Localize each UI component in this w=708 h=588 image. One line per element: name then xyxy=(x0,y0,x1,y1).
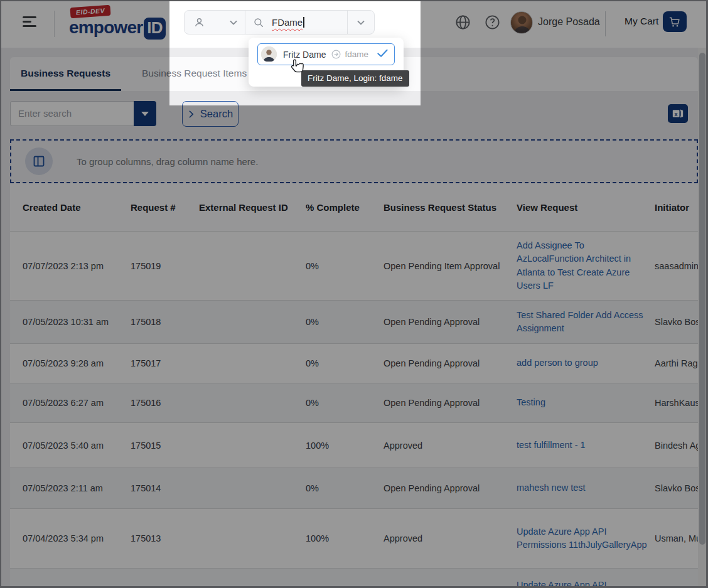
dim-overlay xyxy=(421,0,708,105)
search-expand-button[interactable] xyxy=(348,11,374,34)
search-type-selector[interactable] xyxy=(185,11,245,34)
suggestion-name: Fritz Dame xyxy=(283,50,326,60)
dim-overlay xyxy=(0,105,708,588)
text-caret xyxy=(303,17,304,28)
person-search-query[interactable]: FDame xyxy=(272,17,303,28)
login-arrow-icon xyxy=(331,49,341,60)
suggestion-login: fdame xyxy=(331,49,368,60)
person-icon xyxy=(193,16,205,28)
suggestion-avatar xyxy=(261,46,277,62)
search-icon xyxy=(253,17,264,28)
selected-check-icon xyxy=(377,49,388,60)
suggestion-tooltip: Fritz Dame, Login: fdame xyxy=(301,70,409,87)
dim-overlay xyxy=(0,0,169,105)
chevron-down-icon xyxy=(230,20,237,25)
person-search-widget: FDame xyxy=(184,10,375,35)
chevron-down-icon xyxy=(357,20,365,25)
person-search-field[interactable]: FDame xyxy=(245,11,348,34)
suggestion-fritz-dame[interactable]: Fritz Dame fdame xyxy=(257,43,395,65)
